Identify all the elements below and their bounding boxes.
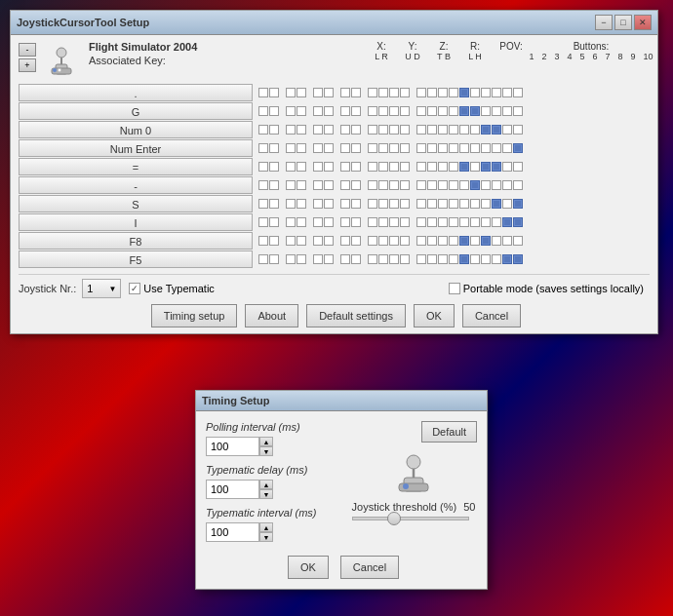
checkbox[interactable] xyxy=(427,199,437,209)
checkbox[interactable] xyxy=(459,254,469,264)
typematic-delay-input[interactable]: 100 xyxy=(206,480,259,499)
checkbox[interactable] xyxy=(449,125,458,135)
checkbox[interactable] xyxy=(502,236,512,246)
checkbox[interactable] xyxy=(427,254,437,264)
checkbox[interactable] xyxy=(389,236,399,246)
checkbox[interactable] xyxy=(297,106,306,116)
checkbox[interactable] xyxy=(378,143,388,153)
key-button[interactable]: - xyxy=(19,176,253,194)
checkbox[interactable] xyxy=(351,180,361,190)
checkbox[interactable] xyxy=(492,106,501,116)
minimize-button[interactable]: − xyxy=(595,15,613,30)
checkbox[interactable] xyxy=(340,88,350,97)
checkbox[interactable] xyxy=(449,217,458,227)
checkbox[interactable] xyxy=(297,180,306,190)
checkbox[interactable] xyxy=(297,199,306,209)
checkbox[interactable] xyxy=(368,217,377,227)
checkbox[interactable] xyxy=(449,254,458,264)
timing-ok-button[interactable]: OK xyxy=(288,556,329,579)
checkbox[interactable] xyxy=(313,180,323,190)
checkbox[interactable] xyxy=(269,125,279,135)
portable-mode-checkbox[interactable]: Portable mode (saves settings locally) xyxy=(449,283,644,294)
checkbox[interactable] xyxy=(481,236,491,246)
checkbox[interactable] xyxy=(438,143,448,153)
checkbox[interactable] xyxy=(416,180,426,190)
checkbox[interactable] xyxy=(313,199,323,209)
checkbox[interactable] xyxy=(459,217,469,227)
checkbox[interactable] xyxy=(286,88,296,97)
checkbox[interactable] xyxy=(286,199,296,209)
typematic-interval-input[interactable]: 100 xyxy=(206,522,259,542)
checkbox[interactable] xyxy=(313,217,323,227)
checkbox[interactable] xyxy=(481,143,491,153)
checkbox[interactable] xyxy=(400,162,410,172)
checkbox[interactable] xyxy=(438,199,448,209)
checkbox[interactable] xyxy=(502,180,512,190)
checkbox[interactable] xyxy=(427,88,437,97)
checkbox[interactable] xyxy=(492,180,501,190)
checkbox[interactable] xyxy=(378,162,388,172)
checkbox[interactable] xyxy=(438,180,448,190)
checkbox[interactable] xyxy=(416,106,426,116)
checkbox[interactable] xyxy=(324,106,334,116)
checkbox[interactable] xyxy=(449,236,458,246)
cancel-button[interactable]: Cancel xyxy=(462,304,521,327)
checkbox[interactable] xyxy=(286,254,296,264)
checkbox[interactable] xyxy=(513,254,523,264)
checkbox[interactable] xyxy=(492,88,501,97)
checkbox[interactable] xyxy=(513,199,523,209)
checkbox[interactable] xyxy=(438,88,448,97)
key-button[interactable]: = xyxy=(19,158,253,175)
checkbox[interactable] xyxy=(459,143,469,153)
use-typematic-checkbox[interactable]: ✓ Use Typematic xyxy=(129,283,215,294)
checkbox[interactable] xyxy=(269,199,279,209)
checkbox[interactable] xyxy=(351,217,361,227)
checkbox[interactable] xyxy=(513,88,523,97)
close-button[interactable]: ✕ xyxy=(634,15,652,30)
checkbox[interactable] xyxy=(258,88,268,97)
checkbox[interactable] xyxy=(313,143,323,153)
checkbox[interactable] xyxy=(297,254,306,264)
checkbox[interactable] xyxy=(449,162,458,172)
checkbox[interactable] xyxy=(513,180,523,190)
checkbox[interactable] xyxy=(324,217,334,227)
checkbox[interactable] xyxy=(427,106,437,116)
checkbox[interactable] xyxy=(389,254,399,264)
checkbox[interactable] xyxy=(313,236,323,246)
checkbox[interactable] xyxy=(502,125,512,135)
ok-button[interactable]: OK xyxy=(414,304,455,327)
checkbox[interactable] xyxy=(286,217,296,227)
checkbox[interactable] xyxy=(502,217,512,227)
checkbox[interactable] xyxy=(438,106,448,116)
checkbox[interactable] xyxy=(389,143,399,153)
checkbox[interactable] xyxy=(470,143,480,153)
maximize-button[interactable]: □ xyxy=(614,15,632,30)
checkbox[interactable] xyxy=(340,180,350,190)
checkbox[interactable] xyxy=(400,106,410,116)
checkbox[interactable] xyxy=(470,199,480,209)
checkbox[interactable] xyxy=(351,106,361,116)
checkbox[interactable] xyxy=(351,125,361,135)
checkbox[interactable] xyxy=(449,143,458,153)
checkbox[interactable] xyxy=(427,236,437,246)
checkbox[interactable] xyxy=(502,199,512,209)
checkbox[interactable] xyxy=(481,125,491,135)
checkbox[interactable] xyxy=(470,106,480,116)
checkbox[interactable] xyxy=(470,162,480,172)
checkbox[interactable] xyxy=(459,199,469,209)
checkbox[interactable] xyxy=(502,88,512,97)
checkbox[interactable] xyxy=(368,106,377,116)
joystick-select[interactable]: 1 ▼ xyxy=(82,279,121,298)
checkbox[interactable] xyxy=(427,180,437,190)
checkbox[interactable] xyxy=(389,162,399,172)
checkbox[interactable] xyxy=(324,199,334,209)
checkbox[interactable] xyxy=(492,236,501,246)
checkbox[interactable] xyxy=(378,199,388,209)
checkbox[interactable] xyxy=(416,143,426,153)
checkbox[interactable] xyxy=(470,125,480,135)
checkbox[interactable] xyxy=(481,180,491,190)
checkbox[interactable] xyxy=(313,106,323,116)
checkbox[interactable] xyxy=(286,236,296,246)
checkbox[interactable] xyxy=(368,180,377,190)
checkbox[interactable] xyxy=(378,88,388,97)
